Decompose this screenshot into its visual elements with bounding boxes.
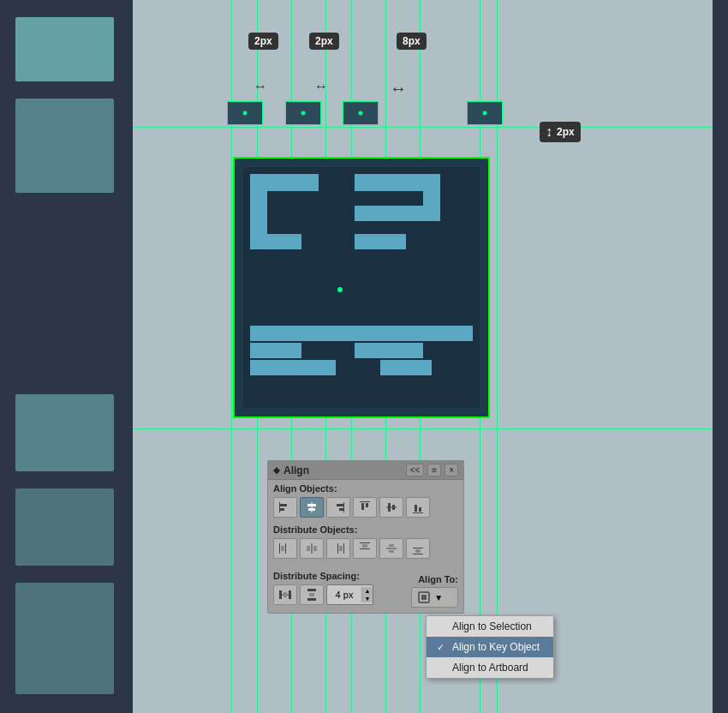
svg-rect-38	[283, 592, 287, 597]
svg-rect-33	[413, 554, 423, 554]
svg-rect-17	[413, 512, 423, 513]
spinner-down[interactable]: ▼	[362, 595, 373, 602]
svg-rect-2	[279, 502, 280, 512]
align-objects-label: Align Objects:	[268, 480, 463, 495]
svg-rect-29	[362, 544, 367, 548]
svg-rect-23	[313, 546, 317, 551]
align-bottom-button[interactable]	[406, 497, 430, 518]
guideline-h2	[133, 428, 713, 429]
svg-rect-9	[361, 503, 364, 510]
spinner-up[interactable]: ▲	[362, 587, 373, 595]
teal-block-1	[15, 17, 114, 81]
art-box	[233, 157, 490, 418]
svg-rect-27	[360, 542, 370, 543]
svg-rect-43	[309, 593, 314, 596]
distribute-center-v-button[interactable]	[379, 538, 403, 559]
align-to-label: Align To:	[418, 574, 458, 584]
align-panel-titlebar: ◆ Align << ≡ ×	[268, 461, 463, 480]
spacing-label-2: 2px	[309, 33, 339, 50]
svg-rect-7	[339, 508, 343, 511]
distribute-right-button[interactable]	[326, 538, 350, 559]
small-block-1	[227, 101, 263, 125]
align-to-key-object-item[interactable]: ✓ Align to Key Object	[427, 637, 553, 657]
distribute-spacing-v-button[interactable]	[300, 584, 324, 605]
svg-rect-31	[389, 544, 394, 547]
svg-rect-5	[312, 502, 313, 512]
svg-rect-42	[307, 598, 316, 601]
svg-rect-14	[386, 507, 397, 508]
teal-block-2	[15, 99, 114, 193]
art-shape-12	[380, 360, 432, 375]
spacing-spinners: ▲ ▼	[361, 587, 373, 602]
svg-rect-11	[360, 501, 370, 502]
panel-close-button[interactable]: ×	[445, 464, 458, 476]
spacing-label-3: 8px	[397, 33, 427, 50]
svg-rect-26	[339, 546, 343, 551]
panel-menu-button[interactable]: ≡	[427, 464, 441, 476]
align-center-h-button[interactable]	[300, 497, 324, 518]
svg-rect-34	[413, 548, 423, 548]
art-shape-2	[250, 174, 267, 243]
align-top-button[interactable]	[353, 497, 377, 518]
small-block-3	[343, 101, 379, 125]
panel-collapse-button[interactable]: <<	[406, 464, 425, 476]
align-right-button[interactable]	[326, 497, 350, 518]
distribute-objects-buttons	[268, 536, 463, 562]
align-objects-buttons	[268, 495, 463, 521]
align-panel-title: ◆ Align	[273, 464, 309, 476]
align-panel: ◆ Align << ≡ × Align Objects:	[267, 460, 464, 614]
align-middle-v-button[interactable]	[379, 497, 403, 518]
svg-rect-30	[386, 548, 397, 549]
spacing-arrow-2: ↔	[314, 79, 328, 94]
spacing-value-input[interactable]	[327, 588, 361, 602]
distribute-bottom-button[interactable]	[406, 538, 430, 559]
spacing-input-group[interactable]: ▲ ▼	[326, 584, 373, 605]
teal-block-4	[15, 488, 114, 566]
svg-rect-36	[279, 590, 282, 599]
svg-rect-45	[421, 595, 427, 600]
distribute-left-button[interactable]	[273, 538, 297, 559]
small-block-2	[285, 101, 321, 125]
align-to-dropdown-menu: Align to Selection ✓ Align to Key Object…	[426, 615, 554, 679]
svg-rect-28	[360, 548, 370, 549]
align-to-dropdown[interactable]: ▼	[411, 587, 458, 608]
svg-rect-6	[337, 504, 343, 506]
svg-rect-22	[307, 546, 310, 551]
art-shape-7	[355, 234, 406, 249]
vertical-spacing-label: ↕ 2px	[540, 122, 581, 142]
right-sidebar	[713, 0, 728, 713]
svg-rect-15	[415, 505, 417, 512]
svg-rect-20	[281, 546, 284, 551]
distribute-top-button[interactable]	[353, 538, 377, 559]
svg-rect-24	[343, 543, 344, 554]
align-to-selection-item[interactable]: Align to Selection	[427, 616, 553, 637]
svg-rect-8	[343, 502, 344, 512]
svg-rect-1	[280, 508, 284, 511]
distribute-center-h-button[interactable]	[300, 538, 324, 559]
art-shape-10	[355, 343, 423, 358]
svg-rect-41	[307, 589, 316, 591]
small-block-4	[467, 101, 503, 125]
art-shape-4	[423, 174, 440, 221]
spacing-label-1: 2px	[248, 33, 278, 50]
art-shape-5	[355, 206, 423, 221]
teal-block-3	[15, 394, 114, 471]
svg-rect-0	[280, 504, 287, 506]
distribute-objects-label: Distribute Objects:	[268, 521, 463, 536]
align-to-artboard-item[interactable]: Align to Artboard	[427, 657, 553, 678]
svg-rect-35	[415, 549, 421, 553]
align-left-button[interactable]	[273, 497, 297, 518]
svg-rect-18	[279, 543, 280, 554]
art-shape-9	[250, 343, 301, 358]
art-shape-6	[250, 234, 301, 249]
art-shape-11	[250, 360, 336, 375]
teal-block-5	[15, 583, 114, 694]
align-panel-controls: << ≡ ×	[406, 464, 458, 476]
distribute-spacing-h-button[interactable]	[273, 584, 297, 605]
svg-rect-37	[289, 590, 291, 599]
spacing-arrow-1: ↔	[254, 79, 267, 94]
svg-rect-21	[312, 543, 313, 554]
guideline-h1	[133, 127, 713, 128]
art-shape-8	[250, 326, 473, 341]
svg-rect-16	[419, 507, 421, 512]
